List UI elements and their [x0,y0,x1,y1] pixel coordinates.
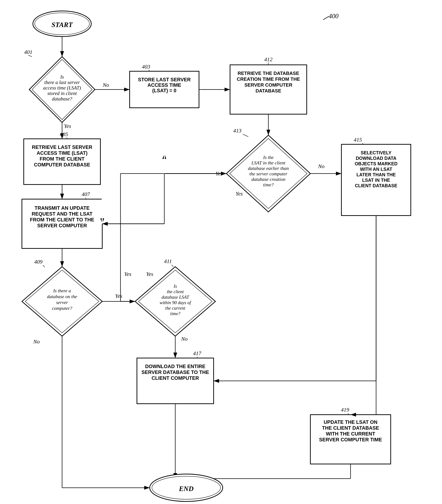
n419-text-4: SERVER COMPUTER TIME [319,437,382,442]
n407-text-2: REQUEST AND THE LSAT [32,211,93,217]
n417-text-1: DOWNLOAD THE ENTIRE [145,364,205,369]
n411-text-2: the client [167,289,184,294]
n409-text-2: database on the [47,294,77,299]
n419-text-1: UPDATE THE LSAT ON [324,419,377,425]
n403-text-3: (LSAT) = 0 [152,88,176,93]
n413-text-6: time? [263,182,274,187]
n417-text-3: CLIENT COMPUTER [152,375,199,381]
n417-text-2: SERVER DATABASE TO THE [141,370,209,375]
n411-text-6: time? [170,311,180,316]
n415-text-2: DOWNLOAD DATA [356,156,396,161]
n419-text-3: WITH THE CURRENT [326,431,375,437]
no-label-411: No [181,336,187,342]
n409-text-4: computer? [52,306,72,311]
n415-text-4: WITH AN LSAT [360,167,392,172]
n412-text-3: SERVER COMPUTER [244,82,292,88]
ref-413: 413 [233,127,241,134]
n401-text-2: there a last server [44,80,80,85]
ref-412: 412 [264,56,272,62]
yes-label-411: Yes [146,271,153,277]
end-label: END [179,485,193,492]
n401-text-3: access time (LSAT) [43,85,81,90]
n407-text-4: SERVER COMPUTER [37,223,87,228]
n415-text-3: OBJECTS MARKED [355,161,398,166]
n415-text-6: LSAT IN THE [362,178,390,183]
n409-text-1: Is there a [53,288,71,293]
yes-label-413-2: Yes [236,191,243,197]
n401-text-4: stored in client [48,90,77,96]
n407-text-3: FROM THE CLIENT TO THE [30,217,94,222]
n409-text-3: server [56,300,68,305]
n413-text-1: Is the [263,155,273,160]
yes-label-409: Yes [115,293,122,299]
n405-text-3: FROM THE CLIENT [40,156,85,162]
n413-text-2: LSAT in the client [251,160,285,165]
n403-text-1: STORE LAST SERVER [138,77,191,82]
ref-401: 401 [24,49,33,55]
n413-text-4: the server computer [249,171,288,177]
yes-label-411-2: Yes [124,271,132,277]
n405-text-4: COMPUTER DATABASE [34,162,90,167]
n415-text-7: CLIENT DATABASE [355,183,397,188]
n415-text-1: SELECTIVELY [361,150,391,155]
no-label-413: No [318,163,324,169]
start-label: START [51,21,73,29]
yes-label-401: Yes [64,123,71,129]
n412-text-4: DATABASE [255,88,281,93]
ref-417: 417 [193,350,202,356]
ref-409: 409 [34,259,43,265]
n411-text-1: Is [173,284,177,289]
n411-text-3: database LSAT [161,295,189,300]
n401-text-1: Is [60,74,64,80]
n413-text-5: database creation [251,177,285,182]
n415-text-5: LATER THAN THE [357,172,396,177]
n405-text-2: ACCESS TIME (LSAT) [37,150,88,156]
n405-text-1: RETRIEVE LAST SERVER [32,144,92,150]
no-label-409: No [33,339,40,344]
ref-407: 407 [82,191,90,197]
n412-text-1: RETRIEVE THE DATABASE [238,71,299,76]
ref-403: 403 [142,64,150,70]
n403-text-2: ACCESS TIME [148,82,181,88]
ref-411: 411 [164,258,172,264]
n413-text-3: database earlier than [248,166,289,171]
ref-400: 400 [329,12,339,20]
n411-text-4: within 90 days of [160,300,191,305]
ref-415: 415 [354,137,362,143]
n401-text-5: database? [52,96,72,102]
ref-419: 419 [341,407,349,413]
diagram-container: 400 START Is there a last server access … [0,0,442,504]
n411-text-5: the current [165,306,186,310]
n412-text-2: CREATION TIME FROM THE [237,76,300,82]
n419-text-2: THE CLIENT DATABASE [322,425,379,431]
ref-405: 405 [60,131,68,137]
n407-text-1: TRANSMIT AN UPDATE [34,205,89,211]
no-label-401: No [102,82,109,88]
